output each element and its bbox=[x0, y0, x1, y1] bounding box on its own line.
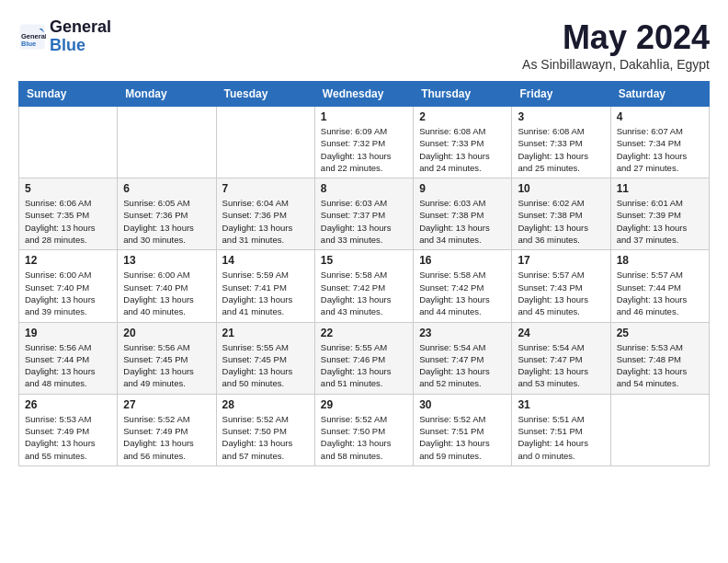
day-number: 3 bbox=[518, 110, 604, 123]
calendar-cell: 5Sunrise: 6:06 AM Sunset: 7:35 PM Daylig… bbox=[19, 178, 118, 250]
day-info: Sunrise: 6:07 AM Sunset: 7:34 PM Dayligh… bbox=[617, 125, 703, 174]
day-info: Sunrise: 5:52 AM Sunset: 7:49 PM Dayligh… bbox=[123, 413, 210, 462]
day-info: Sunrise: 5:54 AM Sunset: 7:47 PM Dayligh… bbox=[419, 341, 506, 390]
calendar-cell: 24Sunrise: 5:54 AM Sunset: 7:47 PM Dayli… bbox=[512, 322, 610, 394]
calendar-cell: 22Sunrise: 5:55 AM Sunset: 7:46 PM Dayli… bbox=[314, 322, 413, 394]
day-number: 17 bbox=[518, 254, 604, 267]
weekday-header-thursday: Thursday bbox=[414, 82, 512, 107]
day-number: 13 bbox=[123, 254, 210, 267]
calendar-cell bbox=[610, 394, 709, 465]
weekday-header-saturday: Saturday bbox=[610, 82, 709, 107]
day-number: 2 bbox=[419, 110, 506, 123]
calendar-cell: 23Sunrise: 5:54 AM Sunset: 7:47 PM Dayli… bbox=[414, 322, 512, 394]
day-number: 27 bbox=[123, 398, 210, 411]
calendar-cell: 6Sunrise: 6:05 AM Sunset: 7:36 PM Daylig… bbox=[118, 178, 216, 250]
day-info: Sunrise: 6:01 AM Sunset: 7:39 PM Dayligh… bbox=[617, 197, 703, 246]
calendar-cell: 7Sunrise: 6:04 AM Sunset: 7:36 PM Daylig… bbox=[216, 178, 314, 250]
day-info: Sunrise: 6:04 AM Sunset: 7:36 PM Dayligh… bbox=[222, 197, 309, 246]
day-info: Sunrise: 6:00 AM Sunset: 7:40 PM Dayligh… bbox=[123, 269, 210, 317]
day-number: 29 bbox=[321, 398, 407, 411]
calendar-cell: 17Sunrise: 5:57 AM Sunset: 7:43 PM Dayli… bbox=[512, 250, 610, 322]
day-info: Sunrise: 5:52 AM Sunset: 7:50 PM Dayligh… bbox=[321, 413, 407, 462]
day-info: Sunrise: 5:57 AM Sunset: 7:44 PM Dayligh… bbox=[617, 269, 703, 317]
calendar-cell: 9Sunrise: 6:03 AM Sunset: 7:38 PM Daylig… bbox=[414, 178, 512, 250]
day-number: 22 bbox=[321, 327, 407, 339]
location-subtitle: As Sinbillawayn, Dakahlia, Egypt bbox=[522, 57, 710, 72]
logo: General Blue General Blue bbox=[18, 18, 111, 55]
day-info: Sunrise: 5:54 AM Sunset: 7:47 PM Dayligh… bbox=[518, 341, 604, 390]
day-number: 1 bbox=[321, 110, 407, 123]
day-number: 7 bbox=[222, 182, 309, 195]
day-info: Sunrise: 5:55 AM Sunset: 7:46 PM Dayligh… bbox=[321, 341, 407, 390]
calendar-week-row: 1Sunrise: 6:09 AM Sunset: 7:32 PM Daylig… bbox=[19, 107, 710, 178]
day-number: 12 bbox=[25, 254, 111, 267]
day-info: Sunrise: 5:58 AM Sunset: 7:42 PM Dayligh… bbox=[321, 269, 407, 317]
weekday-header-sunday: Sunday bbox=[19, 82, 118, 107]
calendar-cell: 13Sunrise: 6:00 AM Sunset: 7:40 PM Dayli… bbox=[118, 250, 216, 322]
calendar-cell bbox=[216, 107, 314, 178]
day-info: Sunrise: 5:59 AM Sunset: 7:41 PM Dayligh… bbox=[222, 269, 309, 317]
calendar-table: SundayMondayTuesdayWednesdayThursdayFrid… bbox=[18, 81, 710, 466]
calendar-cell: 26Sunrise: 5:53 AM Sunset: 7:49 PM Dayli… bbox=[19, 394, 118, 465]
calendar-cell: 21Sunrise: 5:55 AM Sunset: 7:45 PM Dayli… bbox=[216, 322, 314, 394]
day-info: Sunrise: 5:51 AM Sunset: 7:51 PM Dayligh… bbox=[518, 413, 604, 462]
page-header: General Blue General Blue May 2024 As Si… bbox=[18, 18, 710, 72]
day-info: Sunrise: 5:55 AM Sunset: 7:45 PM Dayligh… bbox=[222, 341, 309, 390]
day-number: 16 bbox=[419, 254, 506, 267]
day-number: 20 bbox=[123, 327, 210, 339]
calendar-cell: 12Sunrise: 6:00 AM Sunset: 7:40 PM Dayli… bbox=[19, 250, 118, 322]
day-number: 19 bbox=[25, 327, 111, 339]
day-number: 15 bbox=[321, 254, 407, 267]
day-info: Sunrise: 6:06 AM Sunset: 7:35 PM Dayligh… bbox=[25, 197, 111, 246]
day-number: 8 bbox=[321, 182, 407, 195]
day-number: 23 bbox=[419, 327, 506, 339]
calendar-cell bbox=[19, 107, 118, 178]
calendar-cell: 30Sunrise: 5:52 AM Sunset: 7:51 PM Dayli… bbox=[414, 394, 512, 465]
day-info: Sunrise: 5:53 AM Sunset: 7:49 PM Dayligh… bbox=[25, 413, 111, 462]
day-info: Sunrise: 5:52 AM Sunset: 7:51 PM Dayligh… bbox=[419, 413, 506, 462]
calendar-week-row: 12Sunrise: 6:00 AM Sunset: 7:40 PM Dayli… bbox=[19, 250, 710, 322]
calendar-cell: 25Sunrise: 5:53 AM Sunset: 7:48 PM Dayli… bbox=[610, 322, 709, 394]
weekday-header-tuesday: Tuesday bbox=[216, 82, 314, 107]
calendar-week-row: 19Sunrise: 5:56 AM Sunset: 7:44 PM Dayli… bbox=[19, 322, 710, 394]
day-number: 6 bbox=[123, 182, 210, 195]
calendar-cell: 3Sunrise: 6:08 AM Sunset: 7:33 PM Daylig… bbox=[512, 107, 610, 178]
day-info: Sunrise: 5:53 AM Sunset: 7:48 PM Dayligh… bbox=[617, 341, 703, 390]
calendar-cell: 28Sunrise: 5:52 AM Sunset: 7:50 PM Dayli… bbox=[216, 394, 314, 465]
day-number: 26 bbox=[25, 398, 111, 411]
day-number: 14 bbox=[222, 254, 309, 267]
calendar-cell: 16Sunrise: 5:58 AM Sunset: 7:42 PM Dayli… bbox=[414, 250, 512, 322]
day-info: Sunrise: 6:05 AM Sunset: 7:36 PM Dayligh… bbox=[123, 197, 210, 246]
day-info: Sunrise: 6:00 AM Sunset: 7:40 PM Dayligh… bbox=[25, 269, 111, 317]
calendar-cell: 29Sunrise: 5:52 AM Sunset: 7:50 PM Dayli… bbox=[314, 394, 413, 465]
calendar-cell: 15Sunrise: 5:58 AM Sunset: 7:42 PM Dayli… bbox=[314, 250, 413, 322]
day-info: Sunrise: 6:08 AM Sunset: 7:33 PM Dayligh… bbox=[518, 125, 604, 174]
calendar-cell: 14Sunrise: 5:59 AM Sunset: 7:41 PM Dayli… bbox=[216, 250, 314, 322]
logo-icon: General Blue bbox=[18, 23, 46, 51]
day-number: 30 bbox=[419, 398, 506, 411]
calendar-cell: 20Sunrise: 5:56 AM Sunset: 7:45 PM Dayli… bbox=[118, 322, 216, 394]
day-number: 18 bbox=[617, 254, 703, 267]
calendar-cell: 31Sunrise: 5:51 AM Sunset: 7:51 PM Dayli… bbox=[512, 394, 610, 465]
calendar-week-row: 5Sunrise: 6:06 AM Sunset: 7:35 PM Daylig… bbox=[19, 178, 710, 250]
calendar-cell: 19Sunrise: 5:56 AM Sunset: 7:44 PM Dayli… bbox=[19, 322, 118, 394]
calendar-cell: 4Sunrise: 6:07 AM Sunset: 7:34 PM Daylig… bbox=[610, 107, 709, 178]
month-title: May 2024 bbox=[522, 18, 710, 57]
logo-text: General Blue bbox=[50, 18, 111, 55]
calendar-cell: 2Sunrise: 6:08 AM Sunset: 7:33 PM Daylig… bbox=[414, 107, 512, 178]
day-number: 5 bbox=[25, 182, 111, 195]
day-info: Sunrise: 6:03 AM Sunset: 7:38 PM Dayligh… bbox=[419, 197, 506, 246]
day-number: 25 bbox=[617, 327, 703, 339]
day-info: Sunrise: 5:56 AM Sunset: 7:45 PM Dayligh… bbox=[123, 341, 210, 390]
day-number: 11 bbox=[617, 182, 703, 195]
svg-text:Blue: Blue bbox=[21, 40, 36, 48]
calendar-cell: 18Sunrise: 5:57 AM Sunset: 7:44 PM Dayli… bbox=[610, 250, 709, 322]
day-info: Sunrise: 5:56 AM Sunset: 7:44 PM Dayligh… bbox=[25, 341, 111, 390]
logo-general: General bbox=[50, 17, 111, 36]
title-block: May 2024 As Sinbillawayn, Dakahlia, Egyp… bbox=[522, 18, 710, 72]
day-number: 24 bbox=[518, 327, 604, 339]
calendar-cell: 1Sunrise: 6:09 AM Sunset: 7:32 PM Daylig… bbox=[314, 107, 413, 178]
day-info: Sunrise: 6:09 AM Sunset: 7:32 PM Dayligh… bbox=[321, 125, 407, 174]
calendar-cell: 27Sunrise: 5:52 AM Sunset: 7:49 PM Dayli… bbox=[118, 394, 216, 465]
day-info: Sunrise: 6:03 AM Sunset: 7:37 PM Dayligh… bbox=[321, 197, 407, 246]
